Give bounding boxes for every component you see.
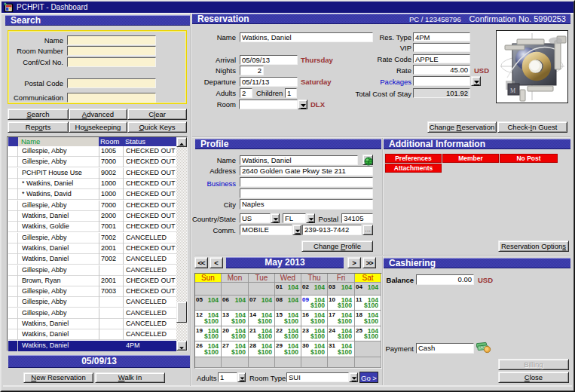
svg-text:M: M (510, 87, 515, 94)
